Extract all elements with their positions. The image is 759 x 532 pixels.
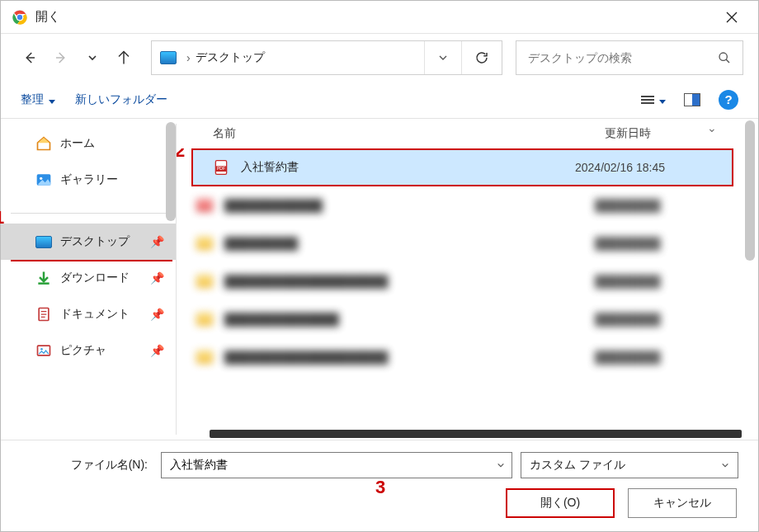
file-name: ████████████████████ <box>221 351 595 364</box>
file-date: ████████ <box>595 351 752 364</box>
address-dropdown[interactable] <box>424 41 462 74</box>
pictures-icon <box>35 342 52 359</box>
file-list-pane: 名前 更新日時⌄ 2 PDF 入社誓約書 2024/02/16 18:45 ██… <box>177 119 758 440</box>
dialog-title: 開く <box>35 9 714 25</box>
open-button[interactable]: 開く(O) <box>506 488 615 518</box>
nav-row: › デスクトップ <box>1 34 758 82</box>
arrow-up-icon <box>116 50 131 65</box>
file-date: ████████ <box>595 237 752 250</box>
sidebar-item-label: ダウンロード <box>60 271 130 285</box>
file-name: █████████ <box>221 237 595 250</box>
sidebar-item-gallery[interactable]: ギャラリー <box>1 162 176 198</box>
pin-icon: 📌 <box>150 271 164 285</box>
sidebar-divider <box>11 213 166 214</box>
organize-label: 整理 <box>21 92 44 107</box>
file-date: 2024/02/16 18:45 <box>575 161 732 174</box>
file-row[interactable]: ██████████████████████ <box>177 300 752 338</box>
help-icon: ? <box>719 90 738 110</box>
annotation-2: 2 <box>177 148 185 162</box>
file-row[interactable]: ████████████████████ <box>177 186 752 224</box>
close-button[interactable] <box>714 1 750 34</box>
desktop-icon <box>160 51 177 64</box>
folder-icon <box>196 199 221 212</box>
file-date: ████████ <box>595 275 752 288</box>
up-button[interactable] <box>110 44 138 72</box>
chevron-down-icon <box>497 461 505 469</box>
back-button[interactable] <box>16 44 44 72</box>
sidebar-item-pictures[interactable]: ピクチャ 📌 <box>1 332 176 369</box>
preview-pane-toggle[interactable] <box>684 93 700 106</box>
document-icon <box>35 306 52 322</box>
chevron-down-icon <box>721 459 729 472</box>
file-row[interactable]: █████████████████ <box>177 224 752 262</box>
pin-icon: 📌 <box>150 308 164 321</box>
filename-input[interactable] <box>162 459 490 472</box>
sidebar-item-downloads[interactable]: ダウンロード 📌 <box>1 260 176 296</box>
footer: ファイル名(N): カスタム ファイル 3 開く(O) キャンセル <box>1 440 758 531</box>
forward-button[interactable] <box>47 44 75 72</box>
file-date: ████████ <box>595 199 752 212</box>
help-button[interactable]: ? <box>719 90 738 110</box>
filter-label: カスタム ファイル <box>530 458 625 473</box>
sidebar-item-desktop[interactable]: デスクトップ 📌 <box>1 224 176 260</box>
sidebar-item-label: ドキュメント <box>60 307 130 322</box>
recent-dropdown[interactable] <box>78 44 106 72</box>
main-area: ホーム ギャラリー 1 デスクトップ 📌 ダウンロード <box>1 118 758 440</box>
file-name: 入社誓約書 <box>238 160 575 175</box>
arrow-left-icon <box>22 50 37 65</box>
filename-dropdown[interactable] <box>490 453 512 478</box>
open-file-dialog: 開く › デスクトップ 整理 新しいフォルダー <box>0 0 759 532</box>
filename-label: ファイル名(N): <box>21 458 153 473</box>
svg-point-9 <box>40 348 43 351</box>
column-name[interactable]: 名前 <box>213 126 605 141</box>
search-box[interactable] <box>516 40 743 75</box>
sidebar-item-home[interactable]: ホーム <box>1 125 176 162</box>
gallery-icon <box>35 172 52 188</box>
column-date[interactable]: 更新日時⌄ <box>605 126 758 141</box>
file-type-filter[interactable]: カスタム ファイル <box>521 452 738 478</box>
open-button-label: 開く(O) <box>540 496 580 511</box>
sidebar-item-label: ピクチャ <box>60 343 106 358</box>
refresh-icon <box>474 50 489 65</box>
new-folder-button[interactable]: 新しいフォルダー <box>75 92 167 107</box>
panel-icon <box>684 93 700 106</box>
caret-down-icon <box>49 93 55 106</box>
file-row[interactable]: ████████████████████████████ <box>177 262 752 300</box>
file-row-selected[interactable]: PDF 入社誓約書 2024/02/16 18:45 <box>191 148 733 186</box>
file-name: ██████████████ <box>221 313 595 326</box>
search-icon <box>718 51 731 64</box>
view-menu[interactable] <box>641 93 666 106</box>
pdf-icon: PDF <box>213 159 238 176</box>
close-icon <box>726 12 738 23</box>
chevron-down-icon <box>438 53 448 63</box>
address-bar[interactable]: › デスクトップ <box>151 40 502 75</box>
sidebar-item-documents[interactable]: ドキュメント 📌 <box>1 296 176 332</box>
svg-point-6 <box>40 177 42 180</box>
refresh-button[interactable] <box>462 41 502 74</box>
new-folder-label: 新しいフォルダー <box>75 92 167 107</box>
breadcrumb[interactable]: › デスクトップ <box>152 41 424 74</box>
folder-icon <box>196 313 221 326</box>
horizontal-scrollbar[interactable] <box>210 430 742 438</box>
filename-combobox[interactable] <box>161 452 512 478</box>
caret-down-icon <box>659 93 666 106</box>
sidebar-item-label: ホーム <box>60 136 95 151</box>
svg-point-2 <box>17 15 22 20</box>
sidebar-item-label: デスクトップ <box>60 234 130 249</box>
breadcrumb-sep-icon: › <box>185 51 196 64</box>
chrome-icon <box>12 10 27 25</box>
sort-indicator-icon: ⌄ <box>707 121 717 134</box>
file-row[interactable]: ████████████████████████████ <box>177 338 752 376</box>
annotation-3: 3 <box>375 477 385 498</box>
arrow-right-icon <box>54 50 68 65</box>
folder-icon <box>196 351 221 364</box>
toolbar: 整理 新しいフォルダー ? <box>1 82 758 118</box>
sidebar-item-label: ギャラリー <box>60 172 118 187</box>
folder-icon <box>196 275 221 288</box>
cancel-button-label: キャンセル <box>653 496 711 511</box>
file-list: 2 PDF 入社誓約書 2024/02/16 18:45 ███████████… <box>177 148 758 440</box>
search-input[interactable] <box>528 51 718 64</box>
home-icon <box>35 135 52 152</box>
organize-menu[interactable]: 整理 <box>21 92 55 107</box>
cancel-button[interactable]: キャンセル <box>628 488 737 518</box>
